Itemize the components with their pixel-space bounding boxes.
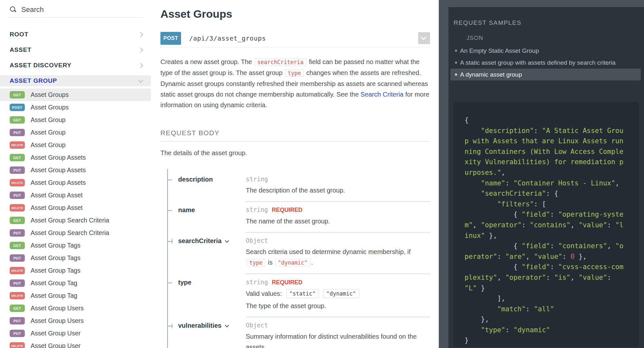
request-body-fields: descriptionstringThe description of the … xyxy=(167,171,430,348)
field-description: The name of the asset group. xyxy=(246,216,430,227)
endpoint-item-label: Asset Groups xyxy=(31,91,69,99)
code-sample-block: { "description": "A Static Asset Grou p … xyxy=(454,102,639,347)
chevron-down-icon xyxy=(138,78,143,83)
method-badge-get: GET xyxy=(10,91,25,99)
endpoint-item-label: Asset Group User xyxy=(31,330,81,337)
endpoint-expand-button[interactable] xyxy=(418,32,430,44)
sidebar-item-delete-asset-group-tag[interactable]: DELETEAsset Group Tag xyxy=(0,289,151,302)
search-criteria-link[interactable]: Search Criteria xyxy=(360,91,403,98)
sidebar-item-get-asset-group-assets[interactable]: GETAsset Group Assets xyxy=(0,151,151,164)
method-badge-get: GET xyxy=(10,116,25,124)
method-badge-get: GET xyxy=(10,154,25,161)
field-description: The description of the asset group. xyxy=(246,185,430,196)
sample-item-a-dynamic-asset-group[interactable]: A dynamic asset group xyxy=(450,69,641,80)
field-type: Object xyxy=(246,237,268,244)
field-body: stringREQUIREDValid values:"static""dyna… xyxy=(246,278,430,317)
endpoint-item-label: Asset Group Tag xyxy=(31,279,77,287)
sidebar-item-get-asset-group-search-criteria[interactable]: GETAsset Group Search Criteria xyxy=(0,214,151,227)
page-title: Asset Groups xyxy=(160,8,430,20)
chevron-right-icon xyxy=(138,63,143,68)
endpoint-path: /api/3/asset_groups xyxy=(189,34,266,42)
sidebar-item-get-asset-group[interactable]: GETAsset Group xyxy=(0,114,151,126)
field-name: name xyxy=(178,206,246,232)
request-body-heading: REQUEST BODY xyxy=(160,129,430,142)
field-type: string xyxy=(246,175,268,183)
endpoint-divider xyxy=(160,47,430,47)
sidebar-item-put-asset-group-tag[interactable]: PUTAsset Group Tag xyxy=(0,277,151,289)
method-badge-delete: DELETE xyxy=(10,292,25,299)
field-type-line: Object xyxy=(246,322,430,329)
field-body: stringThe description of the asset group… xyxy=(246,175,430,202)
code-sample: { "description": "A Static Asset Grou p … xyxy=(465,115,636,346)
field-type: string xyxy=(246,278,268,286)
sidebar-endpoint-list: GETAsset GroupsPOSTAsset GroupsGETAsset … xyxy=(0,89,151,348)
sidebar-item-delete-asset-group-user[interactable]: DELETEAsset Group User xyxy=(0,340,151,348)
field-name-label: type xyxy=(178,279,191,286)
sidebar: ROOTASSETASSET DISCOVERYASSET GROUP GETA… xyxy=(0,0,151,348)
field-body: ObjectSearch criteria used to determine … xyxy=(246,237,430,274)
method-badge-put: PUT xyxy=(10,129,25,136)
sidebar-item-delete-asset-group[interactable]: DELETEAsset Group xyxy=(0,139,151,151)
sidebar-item-put-asset-group-search-criteria[interactable]: PUTAsset Group Search Criteria xyxy=(0,227,151,239)
endpoint-item-label: Asset Group Tags xyxy=(31,254,81,262)
valid-values-label: Valid values: xyxy=(246,290,282,297)
chevron-down-icon[interactable] xyxy=(225,323,229,327)
sidebar-item-delete-asset-group-asset[interactable]: DELETEAsset Group Asset xyxy=(0,202,151,214)
sidebar-item-put-asset-group-user[interactable]: PUTAsset Group User xyxy=(0,327,151,340)
method-badge-delete: DELETE xyxy=(10,179,25,186)
endpoint-item-label: Asset Group xyxy=(31,129,65,136)
method-badge-delete: DELETE xyxy=(10,342,25,348)
section-label: ASSET GROUP xyxy=(10,77,57,84)
method-badge-delete: DELETE xyxy=(10,141,25,149)
sidebar-item-put-asset-group-users[interactable]: PUTAsset Group Users xyxy=(0,315,151,327)
sidebar-sections: ROOTASSETASSET DISCOVERYASSET GROUP xyxy=(0,27,151,86)
sidebar-section-asset-group[interactable]: ASSET GROUP xyxy=(0,75,151,86)
sidebar-item-put-asset-group-assets[interactable]: PUTAsset Group Assets xyxy=(0,164,151,176)
field-name-label: name xyxy=(178,206,195,214)
method-badge-get: GET xyxy=(10,305,25,312)
main-content: Asset Groups POST /api/3/asset_groups Cr… xyxy=(151,0,439,348)
sidebar-item-put-asset-group-tags[interactable]: PUTAsset Group Tags xyxy=(0,252,151,264)
endpoint-item-label: Asset Group Tag xyxy=(31,292,77,299)
endpoint-item-label: Asset Group Search Criteria xyxy=(31,229,109,237)
sidebar-item-post-asset-groups[interactable]: POSTAsset Groups xyxy=(0,101,151,114)
chevron-down-icon[interactable] xyxy=(225,239,229,243)
endpoint-item-label: Asset Group Assets xyxy=(31,179,86,186)
field-row-vulnerabilities: vulnerabilitiesObjectSummary information… xyxy=(178,317,430,348)
method-badge-get: GET xyxy=(10,217,25,224)
sidebar-item-put-asset-group[interactable]: PUTAsset Group xyxy=(0,126,151,139)
chevron-down-icon xyxy=(420,34,426,40)
samples-list: An Empty Static Asset GroupA static asse… xyxy=(448,45,644,80)
sample-item-an-empty-static-asset-group[interactable]: An Empty Static Asset Group xyxy=(450,45,641,57)
endpoint-bar: POST /api/3/asset_groups xyxy=(160,32,430,45)
sidebar-item-get-asset-groups[interactable]: GETAsset Groups xyxy=(0,89,151,101)
search-row[interactable] xyxy=(0,0,151,14)
required-badge: REQUIRED xyxy=(272,279,303,286)
sidebar-item-delete-asset-group-tags[interactable]: DELETEAsset Group Tags xyxy=(0,264,151,277)
sample-item-a-static-asset-group-with-assets-defined-by-search-criteria[interactable]: A static asset group with assets defined… xyxy=(450,57,641,69)
required-badge: REQUIRED xyxy=(272,207,303,213)
method-badge-put: PUT xyxy=(10,229,25,237)
sidebar-section-asset[interactable]: ASSET xyxy=(0,42,151,58)
request-body-intro: The details of the asset group. xyxy=(160,149,430,157)
field-type-line: string xyxy=(246,175,430,183)
sidebar-item-put-asset-group-asset[interactable]: PUTAsset Group Asset xyxy=(0,189,151,202)
sidebar-item-get-asset-group-tags[interactable]: GETAsset Group Tags xyxy=(0,239,151,252)
field-row-name: namestringREQUIREDThe name of the asset … xyxy=(178,202,430,232)
field-type-line: stringREQUIRED xyxy=(246,278,430,286)
method-badge-put: PUT xyxy=(10,166,25,174)
inline-code: type xyxy=(246,259,265,267)
valid-values-row: Valid values:"static""dynamic" xyxy=(246,289,430,298)
sidebar-section-asset-discovery[interactable]: ASSET DISCOVERY xyxy=(0,58,151,73)
sidebar-item-get-asset-group-users[interactable]: GETAsset Group Users xyxy=(0,302,151,315)
field-name[interactable]: vulnerabilities xyxy=(178,322,246,348)
method-badge-put: PUT xyxy=(10,317,25,324)
search-input[interactable] xyxy=(21,5,128,14)
sidebar-section-root[interactable]: ROOT xyxy=(0,27,151,42)
chevron-right-icon xyxy=(138,32,143,37)
sidebar-item-delete-asset-group-assets[interactable]: DELETEAsset Group Assets xyxy=(0,176,151,189)
inline-code: "dynamic" xyxy=(275,259,311,267)
field-name: type xyxy=(178,278,246,317)
field-name[interactable]: searchCriteria xyxy=(178,237,246,274)
samples-language-label[interactable]: JSON xyxy=(466,35,644,42)
